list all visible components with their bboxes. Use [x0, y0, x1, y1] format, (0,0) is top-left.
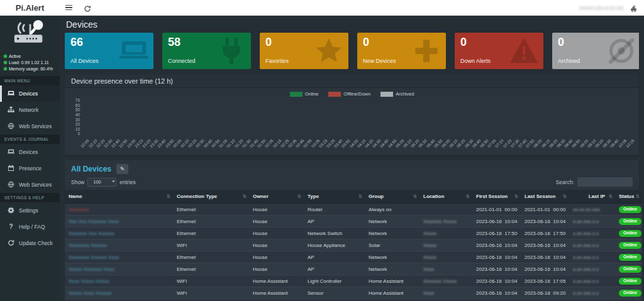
sort-icon: ⇅ [167, 194, 170, 199]
y-axis-tick: 40 [71, 113, 80, 118]
column-header-owner[interactable]: Owner⇅ [249, 190, 304, 204]
column-header-location[interactable]: Location⇅ [419, 190, 472, 204]
first-session-cell: 2021-01-01 00:00 [476, 207, 517, 212]
refresh-button[interactable] [78, 0, 97, 15]
column-header-name[interactable]: Name⇅ [65, 190, 173, 204]
column-header-type[interactable]: Type⇅ [304, 190, 365, 204]
app-logo[interactable]: Pi.Alert [0, 3, 60, 13]
system-machine-icon[interactable] [630, 4, 638, 12]
edit-button[interactable]: ✎ [116, 164, 128, 174]
sidebar-item-devices[interactable]: Devices [0, 85, 60, 102]
presence-chart[interactable]: 706050403020100 22:0022:1022:2022:3022:4… [71, 99, 633, 154]
sidebar-item-settings[interactable]: Settings [0, 202, 60, 219]
group-cell: Network [369, 231, 387, 236]
device-name-link[interactable]: Xxxxxxxx [69, 207, 89, 212]
last-session-cell-wrap: 2023-06-16 17:05 [521, 275, 569, 287]
last-ip-cell-wrap: x.xx.xxx.x.x [569, 251, 615, 263]
stat-card-all-devices[interactable]: 66All Devices [65, 33, 153, 69]
sort-icon: ⇅ [413, 194, 417, 199]
status-cell-wrap: Online [615, 299, 642, 301]
last-session-cell-wrap: 2023-06-16 17:50 [521, 227, 569, 239]
last-session-cell: 2023-06-16 10:04 [525, 219, 565, 224]
status-badge: Online [619, 242, 641, 249]
x-tick-label: 23:40 [158, 138, 164, 154]
device-name-link[interactable]: Xxxx Xxxxx Xxxxx [69, 278, 109, 284]
card-label: Archived [558, 58, 580, 64]
entries-select[interactable]: 100 [87, 178, 116, 187]
sort-icon: ⇅ [514, 194, 518, 199]
stat-card-new-devices[interactable]: 0New Devices [357, 33, 446, 69]
table-row: Xxxx Xxxxx XxxxxWiFiHome AssistantLight … [65, 275, 642, 287]
x-tick-label: 00:30 [197, 138, 203, 154]
question-icon: ? [8, 223, 14, 230]
last-session-cell-wrap: 2023-06-16 10:04 [521, 263, 569, 275]
x-tick-label: 23:30 [151, 138, 157, 154]
sidebar-item-label: Devices [19, 90, 38, 97]
device-name-link[interactable]: Xxxxx Xxxx Xxxxxx [69, 290, 111, 296]
owner-cell: House [253, 266, 267, 272]
x-tick-label: 09:10 [588, 138, 594, 154]
column-header-connection-type[interactable]: Connection Type⇅ [173, 190, 249, 204]
x-tick-label: 04:50 [389, 138, 394, 154]
column-header-last-session[interactable]: Last Session⇅ [521, 190, 569, 204]
sidebar-item-devices[interactable]: Devices [0, 144, 60, 160]
card-label: All Devices [70, 58, 99, 64]
stat-card-archived[interactable]: 0Archived [552, 33, 639, 69]
show-label: Show [71, 179, 84, 185]
device-name-link[interactable]: Xxxxxxxx Xxxxxx [69, 243, 107, 248]
group-cell: Solar [369, 243, 380, 248]
status-cell-wrap: Online [615, 275, 642, 287]
x-tick-label: 08:10 [542, 138, 548, 154]
x-tick-label: 22:30 [105, 138, 111, 154]
device-name-link[interactable]: Xxxxxxxx Xxxxxx Xxxx [69, 254, 119, 260]
sidebar-item-web-services[interactable]: Web Services [0, 177, 60, 193]
owner-cell-wrap: Home Assistant [249, 275, 304, 287]
sidebar-item-network[interactable]: Network [0, 102, 60, 118]
location-cell: Xxxxxxx Xxxxx [423, 278, 457, 284]
y-axis-tick: 60 [71, 104, 80, 108]
owner-cell: House [253, 243, 267, 248]
stat-card-connected[interactable]: 58Connected [162, 33, 251, 69]
type-cell-wrap: AP [304, 216, 365, 227]
x-tick-label: 00:10 [182, 138, 187, 154]
legend-item-archived[interactable]: Archived [380, 91, 414, 97]
type-cell: AP [308, 219, 314, 224]
x-tick-label: 06:30 [465, 138, 471, 154]
x-tick-label: 03:15 [319, 138, 325, 154]
menu-section-header: MAIN MENU [0, 76, 60, 85]
sidebar-item-update-check[interactable]: Update Check [0, 235, 60, 251]
device-name-link[interactable]: Xxx Xxx Xxxxxxx Xxxx [69, 219, 119, 224]
sidebar-item-help-faq[interactable]: ?Help / FAQ [0, 219, 60, 235]
search-input[interactable] [577, 177, 633, 187]
column-header-group[interactable]: Group⇅ [365, 190, 419, 204]
last-ip-cell-wrap: x.xx.xxx.x.x [569, 287, 615, 299]
sidebar-item-presence[interactable]: Presence [0, 160, 60, 177]
stat-card-favorites[interactable]: 0Favorites [260, 33, 348, 69]
column-header-first-session[interactable]: First Session⇅ [472, 190, 521, 204]
column-header-status[interactable]: Status⇅ [615, 190, 642, 204]
column-header-last-ip[interactable]: Last IP⇅ [569, 190, 615, 204]
device-name-link[interactable]: Xxxxx Xxxxxxx Xxxx [69, 266, 114, 272]
group-cell-wrap: Home Assistant [365, 287, 419, 299]
status-badge: Online [619, 254, 641, 261]
sidebar-item-web-services[interactable]: Web Services [0, 118, 60, 134]
legend-item-offline-down[interactable]: Offline/Down [328, 91, 370, 97]
owner-cell-wrap: House [249, 239, 304, 251]
device-name-link[interactable]: Xxxxxxx Xxx Xxxxxx [69, 231, 114, 236]
sidebar: Active Load: 0.99 1.02 1.11 Memory usage… [0, 16, 60, 301]
x-tick-label: 01:30 [243, 138, 248, 154]
stat-card-down-alerts[interactable]: 0Down Alerts [455, 33, 543, 69]
x-tick-label: 07:30 [511, 138, 517, 154]
stat-cards: 66All Devices58Connected0Favorites0New D… [65, 33, 639, 69]
last-ip-cell-wrap: x.xx.xxx.x.x [569, 239, 615, 251]
sidebar-toggle-button[interactable] [60, 0, 78, 15]
location-cell-wrap: Xxxx [419, 287, 472, 299]
last-session-cell: 2023-06-16 10:04 [525, 266, 565, 272]
first-session-cell-wrap: 2023-06-16 10:04 [472, 299, 521, 301]
last-ip-cell: x.xx.xxx.x.x [573, 231, 608, 236]
legend-item-online[interactable]: Online [290, 91, 319, 97]
table-row: Xxxxxxxx Xxxxxx XxxxEthernetHouseAPNetwo… [65, 251, 642, 263]
y-axis-tick: 20 [71, 123, 80, 127]
type-cell-wrap: AP [304, 263, 365, 275]
type-cell: House Appliance [308, 243, 345, 248]
